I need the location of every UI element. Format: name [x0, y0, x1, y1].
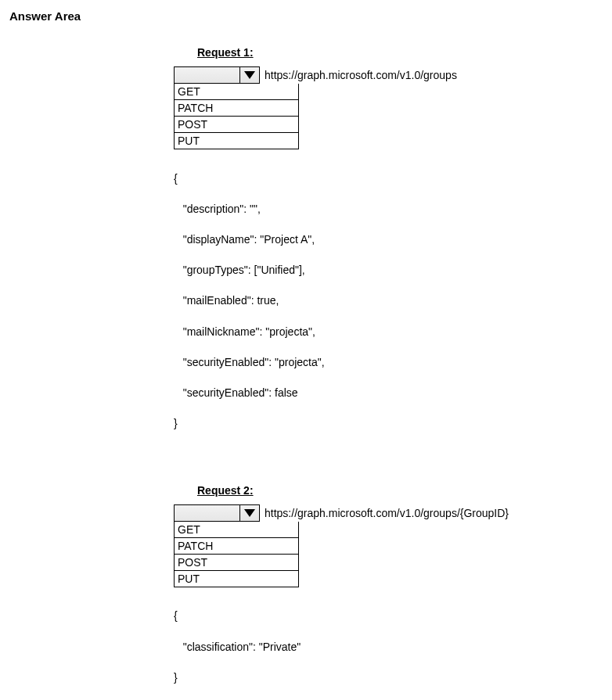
request-2-option-post[interactable]: POST [175, 554, 298, 570]
request-2-option-patch[interactable]: PATCH [175, 537, 298, 554]
body-line: { [174, 608, 603, 624]
request-1-option-post[interactable]: POST [175, 116, 298, 132]
request-1-row: https://graph.microsoft.com/v1.0/groups [174, 66, 603, 84]
page-title: Answer Area [9, 9, 603, 23]
request-2-row: https://graph.microsoft.com/v1.0/groups/… [174, 504, 603, 522]
request-1-block: Request 1: https://graph.microsoft.com/v… [174, 46, 603, 462]
body-line: "mailEnabled": true, [174, 293, 603, 309]
body-line: "securityEnabled": false [174, 386, 603, 401]
chevron-down-icon [244, 509, 255, 517]
request-2-option-get[interactable]: GET [175, 522, 298, 537]
body-line: { [174, 171, 603, 187]
body-line: "displayName": "Project A", [174, 232, 603, 248]
request-2-options: GET PATCH POST PUT [174, 522, 299, 587]
body-line: } [174, 416, 603, 432]
request-1-dropdown-arrow-cell[interactable] [239, 67, 259, 83]
body-line: "description": "", [174, 202, 603, 217]
body-line: "mailNickname": "projecta", [174, 325, 603, 340]
chevron-down-icon [244, 71, 255, 79]
request-2-title: Request 2: [197, 484, 603, 497]
body-line: "classification": "Private" [174, 640, 603, 655]
body-line: "securityEnabled": "projecta", [174, 355, 603, 371]
request-1-body: { "description": "", "displayName": "Pro… [174, 156, 603, 462]
body-line: } [174, 670, 603, 686]
request-1-option-get[interactable]: GET [175, 84, 298, 99]
request-2-dropdown-arrow-cell[interactable] [239, 505, 259, 521]
request-2-block: Request 2: https://graph.microsoft.com/v… [174, 484, 603, 700]
request-1-options: GET PATCH POST PUT [174, 84, 299, 149]
request-2-option-put[interactable]: PUT [175, 570, 298, 587]
request-1-url: https://graph.microsoft.com/v1.0/groups [265, 69, 457, 81]
request-1-title: Request 1: [197, 46, 603, 59]
request-2-method-dropdown[interactable] [174, 504, 260, 522]
request-2-body: { "classification": "Private" } [174, 594, 603, 700]
request-1-option-patch[interactable]: PATCH [175, 99, 298, 116]
request-1-option-put[interactable]: PUT [175, 132, 298, 149]
request-1-method-dropdown[interactable] [174, 66, 260, 84]
body-line: "groupTypes": ["Unified"], [174, 263, 603, 278]
request-2-url: https://graph.microsoft.com/v1.0/groups/… [265, 507, 509, 519]
